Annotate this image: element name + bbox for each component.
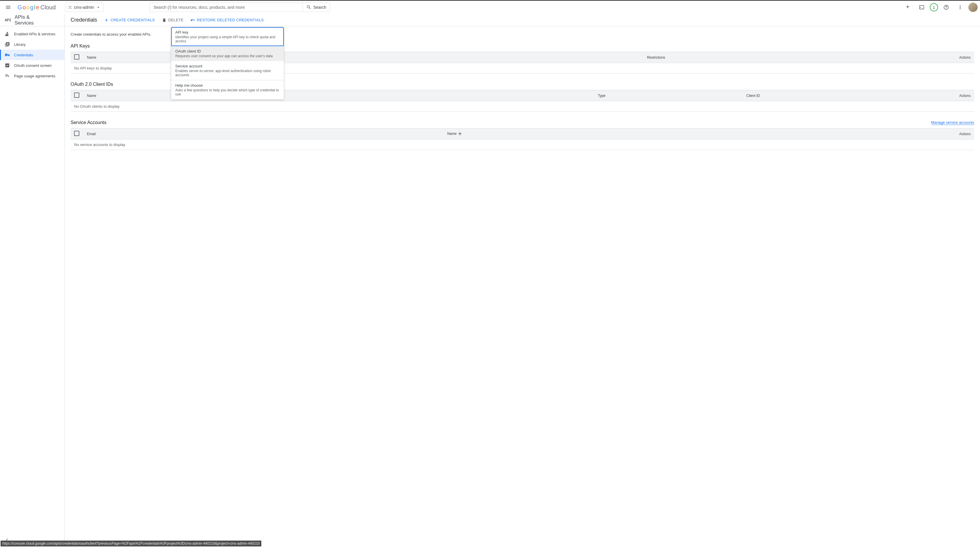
create-credentials-dropdown: API key Identifies your project using a …: [171, 27, 284, 99]
oauth-consent-icon: [5, 63, 10, 68]
page-title: Credentials: [71, 17, 97, 23]
sidebar: API APIs & Services Enabled APIs & servi…: [0, 14, 65, 547]
more-button[interactable]: [955, 2, 966, 13]
col-email[interactable]: Email: [83, 128, 444, 140]
restore-label: RESTORE DELETED CREDENTIALS: [197, 18, 264, 22]
col-creation[interactable]: Creation date: [250, 90, 594, 101]
product-title: APIs & Services: [14, 14, 48, 26]
service-accounts-title: Service Accounts: [71, 120, 107, 125]
search-container: Search: [150, 3, 330, 12]
nav-label: Credentials: [14, 53, 33, 57]
hamburger-icon: [5, 5, 11, 10]
create-label: CREATE CREDENTIALS: [111, 18, 155, 22]
api-icon: API: [5, 18, 11, 22]
restore-icon: [191, 18, 195, 22]
enabled-apis-icon: [5, 31, 10, 37]
col-restrictions[interactable]: Restrictions: [643, 52, 951, 63]
svg-point-1: [71, 6, 72, 7]
service-accounts-table: Email Name Actions No service accounts t…: [71, 128, 974, 150]
topbar-right: 1: [902, 2, 978, 13]
search-button[interactable]: Search: [302, 3, 330, 12]
trash-icon: [162, 18, 167, 22]
dd-desc: Requests user consent so your app can ac…: [175, 54, 280, 58]
plus-icon: [104, 18, 109, 22]
sidebar-nav: Enabled APIs & services Library Credenti…: [0, 26, 64, 547]
logo-cloud-text: Cloud: [41, 4, 56, 11]
sidebar-header: API APIs & Services: [0, 14, 64, 26]
svg-point-4: [69, 7, 70, 8]
svg-point-3: [71, 8, 72, 9]
search-icon: [306, 5, 312, 10]
search-input[interactable]: [150, 3, 302, 12]
pin-icon: [53, 18, 58, 22]
sort-asc-icon: [458, 132, 462, 136]
select-all-checkbox[interactable]: [74, 54, 80, 59]
col-name[interactable]: Name: [444, 128, 951, 140]
page-header: Credentials CREATE CREDENTIALS DELETE RE…: [65, 14, 980, 26]
top-bar: Google Cloud cms-admin Search 1: [0, 0, 980, 14]
dd-desc: Identifies your project using a simple A…: [175, 35, 280, 43]
create-credentials-button[interactable]: CREATE CREDENTIALS: [104, 18, 155, 22]
empty-message: No OAuth clients to display: [71, 101, 974, 112]
sparkle-icon: [905, 5, 911, 10]
google-cloud-logo[interactable]: Google Cloud: [18, 4, 56, 11]
dd-desc: Enables server-to-server, app-level auth…: [175, 69, 280, 77]
nav-oauth-consent[interactable]: OAuth consent screen: [0, 60, 64, 71]
gemini-button[interactable]: [902, 2, 913, 13]
page-usage-icon: [5, 73, 10, 78]
notifications-button[interactable]: 1: [930, 3, 938, 11]
col-actions: Actions: [951, 128, 974, 140]
nav-label: Library: [14, 42, 25, 47]
pin-button[interactable]: [52, 16, 60, 24]
empty-message: No service accounts to display: [71, 140, 974, 150]
manage-service-accounts-link[interactable]: Manage service accounts: [931, 120, 974, 125]
col-actions: Actions: [951, 52, 974, 63]
account-avatar[interactable]: [968, 3, 978, 12]
delete-label: DELETE: [168, 18, 183, 22]
service-accounts-header: Service Accounts Manage service accounts: [71, 120, 974, 125]
nav-label: Enabled APIs & services: [14, 32, 56, 36]
select-all-checkbox[interactable]: [74, 131, 80, 136]
project-name: cms-admin: [74, 5, 94, 10]
select-all-checkbox[interactable]: [74, 92, 80, 98]
svg-point-2: [68, 8, 69, 9]
cloud-shell-button[interactable]: [916, 2, 928, 13]
col-client-id[interactable]: Client ID: [743, 90, 951, 101]
main-content: Credentials CREATE CREDENTIALS DELETE RE…: [65, 14, 980, 547]
status-url-tooltip: https://console.cloud.google.com/apis/cr…: [1, 541, 261, 546]
credentials-icon: [5, 52, 10, 57]
nav-credentials[interactable]: Credentials: [0, 49, 64, 60]
menu-button[interactable]: [2, 2, 14, 13]
nav-page-usage[interactable]: Page usage agreements: [0, 71, 64, 81]
project-picker[interactable]: cms-admin: [65, 3, 103, 12]
help-button[interactable]: [940, 2, 952, 13]
project-icon: [68, 5, 72, 10]
dd-title: API key: [175, 30, 280, 34]
nav-library[interactable]: Library: [0, 39, 64, 49]
nav-enabled-apis[interactable]: Enabled APIs & services: [0, 29, 64, 39]
dd-title: Help me choose: [175, 83, 280, 88]
delete-button[interactable]: DELETE: [162, 18, 183, 22]
restore-button[interactable]: RESTORE DELETED CREDENTIALS: [191, 18, 264, 22]
col-actions: Actions: [951, 90, 974, 101]
dd-title: Service account: [175, 64, 280, 68]
dropdown-item-service-account[interactable]: Service account Enables server-to-server…: [171, 61, 284, 80]
dropdown-item-oauth[interactable]: OAuth client ID Requests user consent so…: [171, 46, 284, 61]
search-label: Search: [313, 5, 326, 10]
dd-title: OAuth client ID: [175, 49, 280, 53]
terminal-icon: [919, 5, 924, 10]
dropdown-item-help-choose[interactable]: Help me choose Asks a few questions to h…: [171, 80, 284, 99]
svg-point-0: [68, 6, 69, 7]
dd-desc: Asks a few questions to help you decide …: [175, 88, 280, 96]
caret-down-icon: [95, 5, 101, 10]
nav-label: OAuth consent screen: [14, 63, 52, 68]
library-icon: [5, 42, 10, 47]
more-vert-icon: [957, 5, 963, 10]
nav-label: Page usage agreements: [14, 74, 56, 78]
col-type[interactable]: Type: [594, 90, 743, 101]
dropdown-item-api-key[interactable]: API key Identifies your project using a …: [171, 27, 284, 46]
help-icon: [943, 5, 949, 10]
